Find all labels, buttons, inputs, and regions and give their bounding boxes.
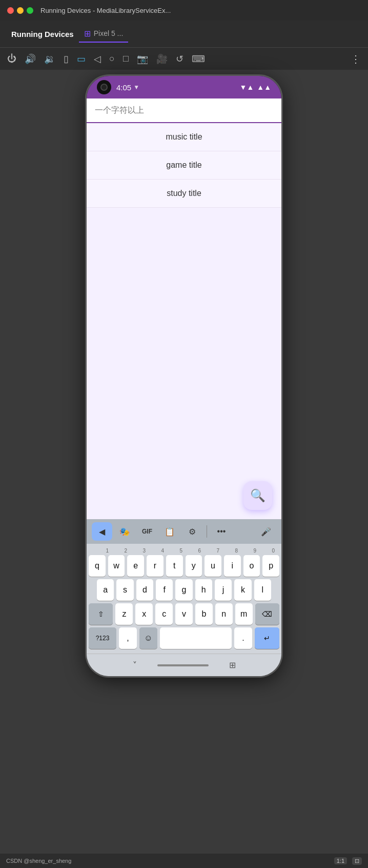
num-hint-2: 2 [110, 547, 129, 554]
list-item-game[interactable]: game title [87, 151, 281, 180]
dot-key[interactable]: . [234, 627, 252, 649]
comma-key[interactable]: , [119, 627, 137, 649]
voice-button[interactable]: 🎤 [256, 522, 276, 541]
shift-key[interactable]: ⇧ [89, 603, 113, 625]
key-z[interactable]: z [115, 603, 133, 625]
status-time: 4:05 [116, 83, 131, 92]
key-l[interactable]: l [254, 579, 271, 601]
space-key[interactable] [160, 627, 232, 649]
num-hint-6: 6 [184, 547, 202, 554]
phone-outer: 4:05 ▼ ▼▲ ▲▲ music title game title stud… [0, 70, 368, 854]
rotate-landscape-icon[interactable]: ▭ [77, 53, 86, 65]
rotate-portrait-icon[interactable]: ▯ [64, 53, 69, 65]
pixel-icon: ⊞ [84, 29, 91, 38]
keyboard-row-4: ?123 , ☺ . ↵ [89, 627, 279, 649]
device-toolbar: ⏻ 🔊 🔉 ▯ ▭ ◁ ○ □ 📷 🎥 ↺ ⌨ ⋮ [0, 47, 368, 70]
wifi-icon: ▼▲ [240, 83, 254, 91]
key-h[interactable]: h [195, 579, 212, 601]
phone-bottom-nav: ˅ ⊞ [87, 654, 281, 676]
key-a[interactable]: a [97, 579, 114, 601]
num-hint-0: 0 [258, 547, 276, 554]
key-q[interactable]: q [89, 555, 106, 577]
scale-label[interactable]: 1:1 [334, 857, 347, 864]
key-g[interactable]: g [175, 579, 192, 601]
volume-down-icon[interactable]: 🔉 [44, 53, 55, 65]
key-x[interactable]: x [135, 603, 153, 625]
volume-up-icon[interactable]: 🔊 [25, 53, 36, 65]
key-j[interactable]: j [215, 579, 232, 601]
num-hint-7: 7 [202, 547, 221, 554]
key-m[interactable]: m [235, 603, 253, 625]
key-o[interactable]: o [243, 555, 260, 577]
minimize-button[interactable] [17, 7, 24, 14]
key-y[interactable]: y [186, 555, 202, 577]
window-title: Running Devices - MediaLibraryServiceEx.… [40, 7, 171, 14]
status-right: ▼▲ ▲▲ [240, 83, 271, 91]
fit-button[interactable]: ⊡ [352, 857, 362, 865]
keyboard-back-button[interactable]: ◀ [92, 522, 112, 541]
front-camera [97, 80, 111, 94]
key-s[interactable]: s [116, 579, 133, 601]
toolbar-separator [207, 525, 207, 538]
key-k[interactable]: k [234, 579, 251, 601]
app-content: music title game title study title 🔍 [87, 98, 281, 519]
key-w[interactable]: w [108, 555, 125, 577]
num-hint-1: 1 [92, 547, 110, 554]
keyboard-rows: 1 2 3 4 5 6 7 8 9 0 q w e r t [87, 544, 281, 654]
num-hint-4: 4 [147, 547, 166, 554]
search-fab-icon: 🔍 [250, 488, 265, 503]
keyboard-layout-icon[interactable]: ⊞ [229, 660, 236, 670]
ide-bottom-right: 1:1 ⊡ [334, 857, 362, 865]
key-v[interactable]: v [175, 603, 193, 625]
emoji-key[interactable]: ☺ [139, 627, 157, 649]
status-bar: 4:05 ▼ ▼▲ ▲▲ [87, 76, 281, 98]
key-u[interactable]: u [205, 555, 221, 577]
home-icon[interactable]: ○ [109, 53, 115, 64]
num-hint-3: 3 [129, 547, 147, 554]
gif-button[interactable]: GIF [137, 522, 157, 541]
keyboard-row-3: ⇧ z x c v b n m ⌫ [89, 603, 279, 625]
list-item-music[interactable]: music title [87, 123, 281, 151]
key-i[interactable]: i [224, 555, 241, 577]
key-r[interactable]: r [147, 555, 163, 577]
keyboard-area: ◀ 🎭 GIF 📋 ⚙ ••• 🎤 1 2 3 4 5 6 [87, 519, 281, 676]
tab-pixel-label: Pixel 5 ... [94, 29, 124, 37]
rotate-left-icon[interactable]: ↺ [176, 53, 183, 65]
key-p[interactable]: p [262, 555, 279, 577]
key-b[interactable]: b [195, 603, 213, 625]
keyboard-row-2: a s d f g h j k l [89, 579, 279, 601]
search-input[interactable] [87, 98, 281, 123]
sticker-button[interactable]: 🎭 [114, 522, 135, 541]
camera-icon[interactable]: 📷 [137, 53, 148, 65]
settings-button[interactable]: ⚙ [182, 522, 202, 541]
close-button[interactable] [7, 7, 14, 14]
num-hint-5: 5 [166, 547, 184, 554]
home-bar [157, 664, 209, 666]
list-item-study[interactable]: study title [87, 180, 281, 208]
search-fab-button[interactable]: 🔍 [243, 481, 272, 510]
key-f[interactable]: f [156, 579, 173, 601]
maximize-button[interactable] [27, 7, 33, 14]
key-n[interactable]: n [215, 603, 233, 625]
backspace-key[interactable]: ⌫ [255, 603, 279, 625]
power-icon[interactable]: ⏻ [7, 53, 16, 64]
key-d[interactable]: d [136, 579, 153, 601]
back-icon[interactable]: ◁ [94, 53, 101, 65]
key-c[interactable]: c [155, 603, 173, 625]
key-t[interactable]: t [166, 555, 183, 577]
chevron-down-icon[interactable]: ˅ [133, 660, 137, 670]
num-hint-9: 9 [239, 547, 258, 554]
keyboard-row-1: q w e r t y u i o p [89, 555, 279, 577]
num-switch-key[interactable]: ?123 [89, 627, 116, 649]
square-icon[interactable]: □ [123, 53, 129, 64]
tab-pixel[interactable]: ⊞ Pixel 5 ... [79, 26, 129, 43]
keyboard-icon[interactable]: ⌨ [192, 53, 205, 65]
top-toolbar: Running Devices ⊞ Pixel 5 ... [0, 21, 368, 47]
enter-key[interactable]: ↵ [255, 627, 279, 649]
more-options-button[interactable]: ••• [211, 522, 232, 541]
video-icon[interactable]: 🎥 [156, 53, 168, 65]
key-e[interactable]: e [127, 555, 144, 577]
more-icon[interactable]: ⋮ [351, 53, 361, 65]
tab-running-devices[interactable]: Running Devices [7, 27, 78, 42]
clipboard-button[interactable]: 📋 [159, 522, 180, 541]
